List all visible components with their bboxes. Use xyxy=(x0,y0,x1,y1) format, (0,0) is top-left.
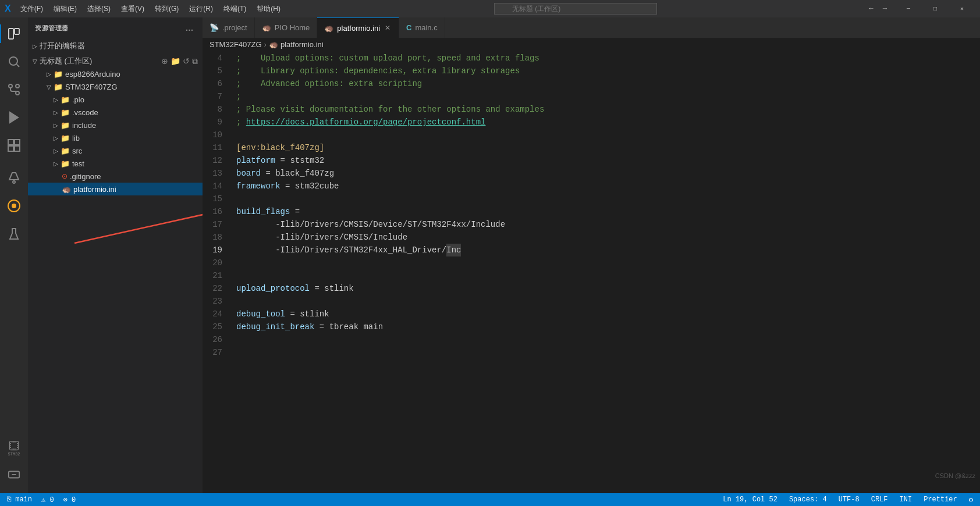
status-eol[interactable]: CRLF xyxy=(869,496,890,504)
tab-project[interactable]: 📡 .project xyxy=(203,17,255,38)
menu-select[interactable]: 选择(S) xyxy=(83,2,115,16)
src-label: src xyxy=(72,147,82,155)
main-layout: STM32 资源管理器 … ▷ 打开的编辑器 ▽ xyxy=(0,17,980,493)
code-token: ; Please visit documentation for the oth… xyxy=(236,103,544,116)
code-line-13: board = black_f407zg xyxy=(232,167,980,180)
tree-item-test[interactable]: ▷ 📁 test xyxy=(28,157,203,170)
tab-platformio-ini[interactable]: 🦔 platformio.ini ✕ xyxy=(317,17,399,38)
workspace-arrow: ▽ xyxy=(33,58,37,65)
code-token: build_flags xyxy=(236,205,290,218)
workspace-header[interactable]: ▽ 无标题 (工作区) ⊕ 📁 ↺ ⧉ xyxy=(28,55,203,67)
tab-platformio-icon: 🦔 xyxy=(324,24,333,33)
lib-folder-icon: 📁 xyxy=(61,134,70,142)
editor-content[interactable]: 4 5 6 7 8 9 10 11 12 13 14 15 16 17 18 1… xyxy=(203,51,980,493)
code-token: platform xyxy=(236,154,275,167)
ln-11: 11 xyxy=(203,141,222,154)
tree-item-include[interactable]: ▷ 📁 include xyxy=(28,119,203,131)
menu-run[interactable]: 运行(R) xyxy=(184,2,218,16)
nav-back[interactable]: ← xyxy=(866,3,877,14)
tab-pio-home[interactable]: 🦔 PIO Home xyxy=(255,17,318,38)
tree-item-gitignore[interactable]: ⊙ .gitignore xyxy=(28,170,203,183)
code-link[interactable]: https://docs.platformio.org/page/project… xyxy=(246,116,486,129)
code-token: -Ilib/Drivers/CMSIS/Include xyxy=(236,231,407,244)
status-formatter[interactable]: Prettier xyxy=(921,496,960,504)
code-line-14: framework = stm32cube xyxy=(232,180,980,193)
maximize-button[interactable]: □ xyxy=(922,0,949,17)
flask-activity-icon[interactable] xyxy=(0,220,28,248)
pio-folder-icon: 📁 xyxy=(61,95,70,104)
nav-forward[interactable]: → xyxy=(879,3,890,14)
src-folder-icon: 📁 xyxy=(61,147,70,155)
status-language[interactable]: INI xyxy=(897,496,915,504)
ln-20: 20 xyxy=(203,256,222,269)
tree-item-lib[interactable]: ▷ 📁 lib xyxy=(28,131,203,144)
title-search-input[interactable] xyxy=(494,3,657,15)
status-encoding[interactable]: UTF-8 xyxy=(836,496,862,504)
code-token: = black_f407zg xyxy=(261,167,334,180)
stm32-arrow: ▽ xyxy=(47,84,51,90)
menu-terminal[interactable]: 终端(T) xyxy=(219,2,251,16)
status-position[interactable]: Ln 19, Col 52 xyxy=(720,496,780,504)
menu-goto[interactable]: 转到(G) xyxy=(150,2,183,16)
menu-edit[interactable]: 编辑(E) xyxy=(49,2,81,16)
close-button[interactable]: ✕ xyxy=(949,0,975,17)
status-branch[interactable]: ⎘ main xyxy=(5,496,34,504)
lib-arrow: ▷ xyxy=(54,135,58,141)
tree-item-src[interactable]: ▷ 📁 src xyxy=(28,144,203,157)
extensions-activity-icon[interactable] xyxy=(0,131,28,159)
svg-rect-11 xyxy=(15,146,20,151)
refresh-icon[interactable]: ↺ xyxy=(183,56,190,66)
status-settings[interactable]: ⚙ xyxy=(967,496,975,504)
svg-point-2 xyxy=(9,57,17,65)
svg-rect-1 xyxy=(15,28,19,34)
run-debug-activity-icon[interactable] xyxy=(0,104,28,131)
vscode-arrow: ▷ xyxy=(54,109,58,116)
explorer-activity-icon[interactable] xyxy=(0,20,28,48)
status-errors[interactable]: ⊗ 0 xyxy=(61,496,79,504)
code-token: = ststm32 xyxy=(275,154,324,167)
pio-arrow: ▷ xyxy=(54,97,58,103)
new-folder-icon[interactable]: 📁 xyxy=(171,56,180,66)
svg-line-3 xyxy=(17,65,19,67)
stm32-folder-icon: 📁 xyxy=(54,83,63,91)
source-control-activity-icon[interactable] xyxy=(0,76,28,104)
ln-27: 27 xyxy=(203,346,222,359)
code-line-15 xyxy=(232,193,980,205)
tab-close-button[interactable]: ✕ xyxy=(384,23,392,33)
sidebar-more-button[interactable]: … xyxy=(183,22,196,34)
open-editors-header[interactable]: ▷ 打开的编辑器 xyxy=(28,40,203,52)
code-token: debug_init_break xyxy=(236,320,314,333)
gitignore-label: .gitignore xyxy=(70,172,101,181)
code-token: [env:black_f407zg] xyxy=(236,141,324,154)
remote-activity-icon[interactable] xyxy=(0,461,28,489)
pio-activity-icon[interactable] xyxy=(0,192,28,220)
tab-main-c[interactable]: C main.c xyxy=(399,17,445,38)
ln-13: 13 xyxy=(203,167,222,180)
test-folder-icon: 📁 xyxy=(61,159,70,168)
status-warnings[interactable]: ⚠ 0 xyxy=(39,496,56,504)
code-line-12: platform = ststm32 xyxy=(232,154,980,167)
tree-item-esp8266[interactable]: ▷ 📁 esp8266Arduino xyxy=(28,67,203,80)
tree-item-vscode[interactable]: ▷ 📁 .vscode xyxy=(28,106,203,119)
status-bar: ⎘ main ⚠ 0 ⊗ 0 Ln 19, Col 52 Spaces: 4 U… xyxy=(0,493,980,506)
test-activity-icon[interactable] xyxy=(0,164,28,192)
new-file-icon[interactable]: ⊕ xyxy=(161,56,168,66)
svg-point-12 xyxy=(13,181,15,183)
code-area[interactable]: ; Upload options: custom upload port, sp… xyxy=(232,51,980,493)
ln-23: 23 xyxy=(203,295,222,308)
stm32-activity-icon[interactable]: STM32 xyxy=(0,435,28,461)
tree-item-stm32f407zg[interactable]: ▽ 📁 STM32F407ZG xyxy=(28,80,203,93)
status-left: ⎘ main ⚠ 0 ⊗ 0 xyxy=(5,496,78,504)
collapse-all-icon[interactable]: ⧉ xyxy=(192,56,198,66)
tree-item-pio[interactable]: ▷ 📁 .pio xyxy=(28,93,203,106)
menu-view[interactable]: 查看(V) xyxy=(116,2,149,16)
lib-label: lib xyxy=(72,134,80,142)
ln-21: 21 xyxy=(203,269,222,282)
tree-item-platformio-ini[interactable]: 🦔 platformio.ini xyxy=(28,183,203,195)
code-token: -Ilib/Drivers/STM32F4xx_HAL_Driver/ xyxy=(236,244,446,256)
status-spaces[interactable]: Spaces: 4 xyxy=(787,496,829,504)
search-activity-icon[interactable] xyxy=(0,48,28,76)
minimize-button[interactable]: ─ xyxy=(895,0,922,17)
menu-file[interactable]: 文件(F) xyxy=(16,2,48,16)
menu-help[interactable]: 帮助(H) xyxy=(252,2,285,16)
